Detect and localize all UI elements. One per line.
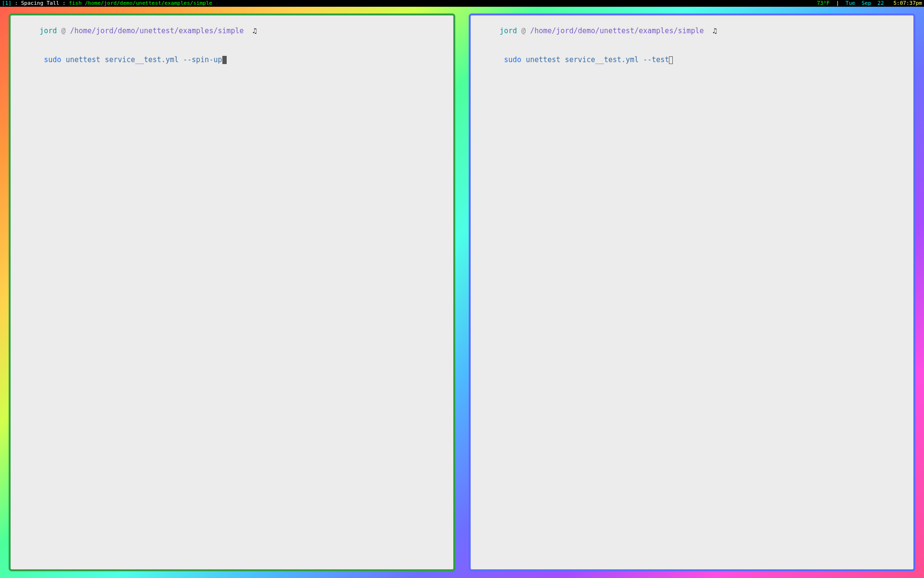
status-bar-right: 73°F | Tue Sep 22 5:07:37pm [817, 0, 922, 7]
temperature: 73°F [817, 0, 830, 7]
sp [561, 55, 565, 64]
cmd-binary: unettest [526, 55, 560, 64]
shell-prompt: jord @ /home/jord/demo/unettest/examples… [13, 16, 450, 45]
prompt-path: /home/jord/demo/unettest/examples/simple [530, 26, 704, 35]
prompt-user: jord [500, 26, 517, 35]
layout-name: Spacing Tall [21, 0, 59, 7]
sep: | [830, 0, 846, 7]
cursor-icon [669, 56, 673, 64]
desktop-background: jord @ /home/jord/demo/unettest/examples… [0, 7, 924, 578]
prompt-at: @ [517, 26, 530, 35]
lead [39, 55, 44, 64]
command-line[interactable]: sudo unettest service__test.yml --test [474, 45, 911, 74]
cmd-flag: --spin-up [183, 55, 222, 64]
sep [884, 0, 894, 7]
sp [179, 55, 183, 64]
status-bar-left: [1] : Spacing Tall : fish /home/jord/dem… [2, 0, 212, 7]
cmd-arg-file: service__test.yml [565, 55, 639, 64]
prompt-path: /home/jord/demo/unettest/examples/simple [70, 26, 244, 35]
cursor-icon [222, 56, 227, 64]
terminal-pane-right[interactable]: jord @ /home/jord/demo/unettest/examples… [469, 13, 915, 571]
lead [500, 55, 504, 64]
cmd-sudo: sudo [44, 55, 61, 64]
sep: : [12, 0, 21, 7]
shell-cwd: /home/jord/demo/unettest/examples/simple [82, 0, 213, 7]
cmd-sudo: sudo [504, 55, 521, 64]
music-icon: ♫ [244, 26, 257, 35]
time: 5:07:37pm [893, 0, 922, 7]
sp [639, 55, 643, 64]
shell-prompt: jord @ /home/jord/demo/unettest/examples… [474, 16, 911, 45]
date: Tue Sep 22 [846, 0, 884, 7]
music-icon: ♫ [704, 26, 717, 35]
cmd-binary: unettest [65, 55, 100, 64]
prompt-at: @ [57, 26, 70, 35]
command-line[interactable]: sudo unettest service__test.yml --spin-u… [13, 45, 450, 74]
session-index: [1] [2, 0, 12, 7]
sp [101, 55, 105, 64]
shell-name: fish [69, 0, 82, 7]
sep: : [59, 0, 69, 7]
status-bar: [1] : Spacing Tall : fish /home/jord/dem… [0, 0, 924, 7]
prompt-user: jord [39, 26, 57, 35]
cmd-flag: --test [643, 55, 669, 64]
terminal-pane-left[interactable]: jord @ /home/jord/demo/unettest/examples… [9, 13, 455, 571]
cmd-arg-file: service__test.yml [105, 55, 179, 64]
